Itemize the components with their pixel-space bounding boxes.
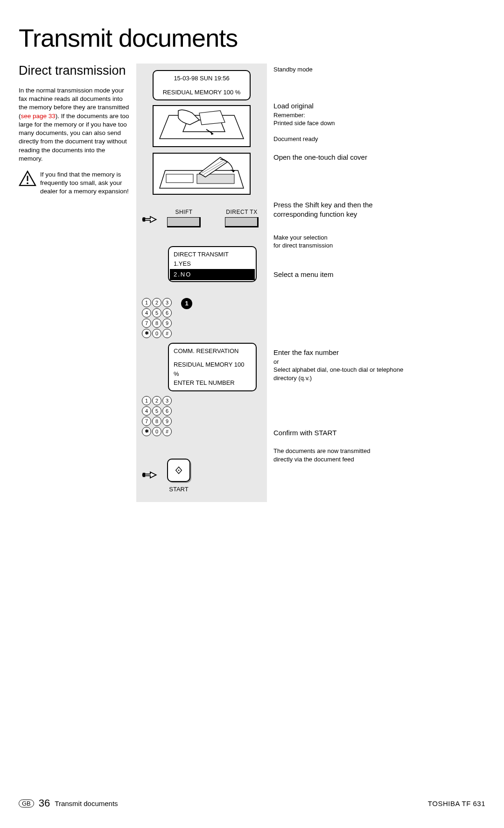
keypad-key-✱[interactable]: ✱: [142, 329, 151, 338]
keypad-key-3[interactable]: 3: [162, 298, 172, 307]
final-text-2: directly via the document feed: [273, 455, 412, 464]
directtx-key[interactable]: [225, 217, 259, 227]
page-title: Transmit documents: [19, 23, 485, 52]
pointing-hand-icon: [142, 212, 159, 227]
page-number: 36: [39, 797, 50, 809]
lcd2-line1: DIRECT TRANSMIT: [174, 250, 251, 259]
keypad-key-9[interactable]: 9: [162, 417, 172, 426]
open-cover-head: Open the one-touch dial cover: [273, 153, 412, 161]
keypad-key-9[interactable]: 9: [162, 318, 172, 328]
language-badge: GB: [19, 800, 34, 807]
warning-text: If you find that the memory is frequentl…: [40, 170, 131, 196]
svg-rect-15: [143, 473, 145, 477]
section-subtitle: Direct transmission: [19, 64, 131, 78]
left-column: Direct transmission In the normal transm…: [19, 64, 136, 502]
lcd3-line2: RESIDUAL MEMORY 100 %: [174, 360, 251, 378]
keypad-key-8[interactable]: 8: [152, 417, 161, 426]
illustration-open-cover: [153, 153, 251, 195]
confirm-start-head: Confirm with START: [273, 429, 412, 437]
select-menu-head: Select a menu item: [273, 270, 412, 278]
keypad-key-0[interactable]: 0: [152, 427, 161, 436]
enter-fax-sub: Select alphabet dial, one-touch dial or …: [273, 366, 412, 382]
keypad-key-6[interactable]: 6: [162, 308, 172, 318]
keypad-key-2[interactable]: 2: [152, 298, 161, 307]
enter-fax-head: Enter the fax number: [273, 348, 412, 356]
keypad-key-4[interactable]: 4: [142, 308, 151, 318]
intro-paragraph: In the normal transmission mode your fax…: [19, 86, 131, 163]
keypad-key-6[interactable]: 6: [162, 406, 172, 416]
select-1-button[interactable]: 1: [181, 298, 192, 309]
keypad-key-1[interactable]: 1: [142, 396, 151, 405]
lcd2-line3-highlight: 2.NO: [170, 269, 255, 280]
footer-brand: TOSHIBA TF 631: [428, 800, 485, 807]
svg-point-17: [178, 469, 180, 471]
keypad-key-3[interactable]: 3: [162, 396, 172, 405]
keypad-key-5[interactable]: 5: [152, 406, 161, 416]
shift-key-label: SHIFT: [164, 209, 203, 215]
start-button-label: START: [167, 486, 190, 493]
directtx-key-label: DIRECT TX: [222, 209, 261, 215]
footer-chapter: Transmit documents: [55, 800, 118, 807]
shift-key[interactable]: [167, 217, 201, 227]
svg-point-2: [27, 182, 28, 184]
keypad-key-7[interactable]: 7: [142, 417, 151, 426]
keypad-key-5[interactable]: 5: [152, 308, 161, 318]
keypad-key-7[interactable]: 7: [142, 318, 151, 328]
warning-icon: [19, 170, 36, 188]
keypad-key-8[interactable]: 8: [152, 318, 161, 328]
intro-text-2: ). If the documents are too large for th…: [19, 113, 129, 162]
right-column: Standby mode Load original Remember: Pri…: [267, 64, 412, 502]
keypad-key-4[interactable]: 4: [142, 406, 151, 416]
keypad-key-2[interactable]: 2: [152, 396, 161, 405]
load-original-sub1: Remember:: [273, 111, 412, 120]
page-footer: GB 36 Transmit documents TOSHIBA TF 631: [19, 797, 485, 809]
page-reference-link[interactable]: see page 33: [21, 113, 56, 120]
standby-text: Standby mode: [273, 65, 412, 74]
load-original-sub2: Printed side face down: [273, 119, 412, 127]
numeric-keypad-2[interactable]: 123456789✱0#: [142, 396, 172, 436]
warning-box: If you find that the memory is frequentl…: [19, 170, 131, 196]
start-button[interactable]: [167, 459, 190, 482]
lcd3-line1: COMM. RESERVATION: [174, 347, 251, 356]
press-shift-head: Press the Shift key and then the corresp…: [273, 200, 412, 219]
lcd-direct-transmit: DIRECT TRANSMIT 1.YES 2.NO: [168, 246, 257, 282]
document-ready-text: Document ready: [273, 135, 412, 143]
keypad-key-#[interactable]: #: [162, 329, 172, 338]
lcd-standby-line2: RESIDUAL MEMORY 100 %: [158, 88, 245, 97]
final-text-1: The documents are now transmitted: [273, 447, 412, 455]
keypad-key-1[interactable]: 1: [142, 298, 151, 307]
lcd-standby-line1: 15-03-98 SUN 19:56: [158, 74, 245, 83]
make-selection-1: Make your selection: [273, 234, 412, 242]
keypad-key-✱[interactable]: ✱: [142, 427, 151, 436]
middle-column: 15-03-98 SUN 19:56 RESIDUAL MEMORY 100 %: [136, 64, 267, 502]
lcd3-line3: ENTER TEL NUMBER: [174, 378, 251, 388]
svg-rect-13: [166, 174, 193, 183]
make-selection-2: for direct transmission: [273, 241, 412, 250]
keypad-key-0[interactable]: 0: [152, 329, 161, 338]
numeric-keypad-1[interactable]: 123456789✱0#: [142, 298, 172, 338]
svg-marker-5: [199, 111, 225, 125]
lcd-comm-reservation: COMM. RESERVATION RESIDUAL MEMORY 100 % …: [168, 343, 257, 391]
svg-rect-14: [143, 217, 145, 221]
load-original-head: Load original: [273, 102, 412, 110]
pointing-hand-icon: [142, 468, 159, 483]
lcd2-line2: 1.YES: [174, 259, 251, 269]
keypad-key-#[interactable]: #: [162, 427, 172, 436]
illustration-load-original: [153, 105, 251, 147]
enter-fax-or: or: [273, 358, 412, 366]
lcd-standby: 15-03-98 SUN 19:56 RESIDUAL MEMORY 100 %: [153, 70, 251, 100]
